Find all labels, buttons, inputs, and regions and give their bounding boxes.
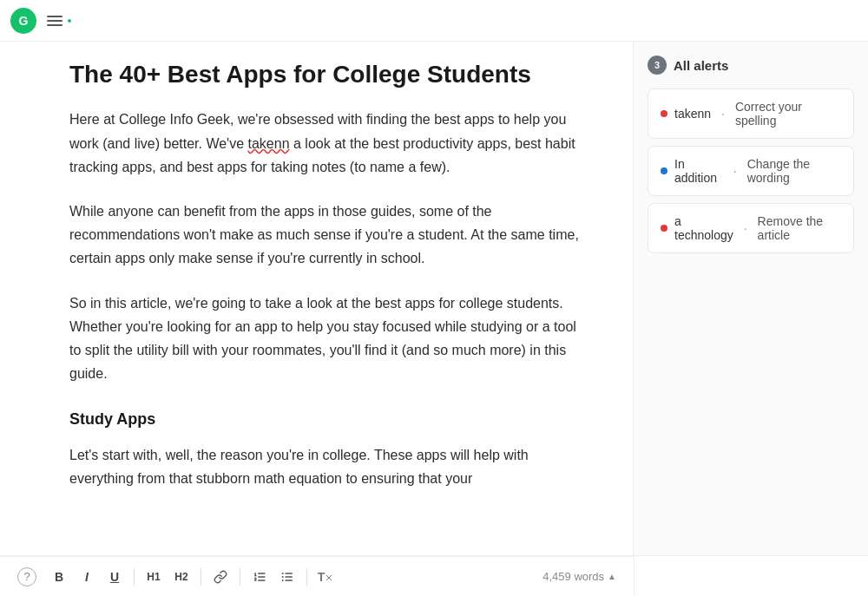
alert-suggestion-2: Change the wording — [747, 157, 841, 185]
alert-separator-3: · — [744, 221, 747, 235]
word-count: 4,459 words ▲ — [542, 570, 616, 583]
article-title: The 40+ Best Apps for College Students — [69, 59, 581, 90]
link-button[interactable] — [208, 565, 233, 589]
toolbar-divider-2 — [201, 568, 201, 586]
toolbar-divider-1 — [134, 568, 135, 586]
alert-item-takenn[interactable]: takenn · Correct your spelling — [648, 88, 854, 139]
alert-separator-2: · — [733, 164, 737, 178]
alert-dot-blue-2 — [661, 167, 667, 174]
paragraph-partial: Let's start with, well, the reason you'r… — [69, 443, 581, 490]
right-sidebar: 3 All alerts takenn · Correct your spell… — [634, 42, 868, 555]
h2-button[interactable]: H2 — [169, 565, 194, 589]
help-button[interactable]: ? — [17, 567, 36, 586]
menu-dot-indicator — [68, 19, 71, 23]
subheading-study-apps: Study Apps — [69, 406, 581, 433]
toolbar-group-text: B I U — [47, 565, 127, 589]
alert-dot-red-3 — [661, 225, 667, 232]
alert-word-2: In addition — [674, 157, 723, 185]
toolbar-divider-3 — [240, 568, 240, 586]
alerts-title: All alerts — [674, 58, 728, 73]
word-count-arrow: ▲ — [608, 572, 616, 581]
alert-suggestion-1: Correct your spelling — [735, 100, 841, 128]
italic-button[interactable]: I — [75, 565, 99, 589]
bold-button[interactable]: B — [47, 565, 71, 589]
article-body: Here at College Info Geek, we're obsesse… — [69, 108, 581, 490]
unordered-list-button[interactable] — [275, 565, 299, 589]
clear-format-button[interactable]: T — [314, 565, 339, 589]
word-count-value: 4,459 words — [542, 570, 604, 583]
editor-area: The 40+ Best Apps for College Students H… — [0, 42, 634, 555]
bottom-toolbar: ? B I U H1 H2 — [0, 556, 634, 596]
sidebar-bottom-spacer — [634, 556, 868, 596]
toolbar-group-lists — [247, 565, 299, 589]
alert-item-in-addition[interactable]: In addition · Change the wording — [648, 146, 854, 196]
paragraph-3: So in this article, we're going to take … — [69, 291, 581, 386]
menu-button[interactable] — [43, 12, 66, 29]
grammarly-logo: G — [10, 8, 36, 34]
alert-separator-1: · — [721, 107, 725, 121]
alert-word-1: takenn — [674, 107, 711, 121]
ordered-list-button[interactable] — [247, 565, 272, 589]
top-bar: G — [0, 0, 868, 42]
alert-item-a-technology[interactable]: a technology · Remove the article — [648, 203, 854, 253]
alerts-badge: 3 — [648, 56, 667, 75]
main-content: The 40+ Best Apps for College Students H… — [0, 42, 868, 555]
toolbar-divider-4 — [306, 568, 307, 586]
alert-dot-red-1 — [661, 110, 667, 117]
alert-word-3: a technology — [674, 214, 733, 242]
svg-point-7 — [282, 576, 284, 578]
misspelled-word-takenn: takenn — [248, 136, 290, 151]
bottom-area: ? B I U H1 H2 — [0, 555, 868, 596]
paragraph-2: While anyone can benefit from the apps i… — [69, 200, 581, 271]
alerts-header: 3 All alerts — [648, 56, 854, 75]
toolbar-group-headings: H1 H2 — [141, 565, 194, 589]
underline-button[interactable]: U — [102, 565, 127, 589]
h1-button[interactable]: H1 — [141, 565, 166, 589]
alert-suggestion-3: Remove the article — [758, 214, 841, 242]
paragraph-1: Here at College Info Geek, we're obsesse… — [69, 108, 581, 179]
svg-point-6 — [282, 573, 284, 574]
svg-point-8 — [282, 580, 284, 581]
toolbar-group-link — [208, 565, 233, 589]
